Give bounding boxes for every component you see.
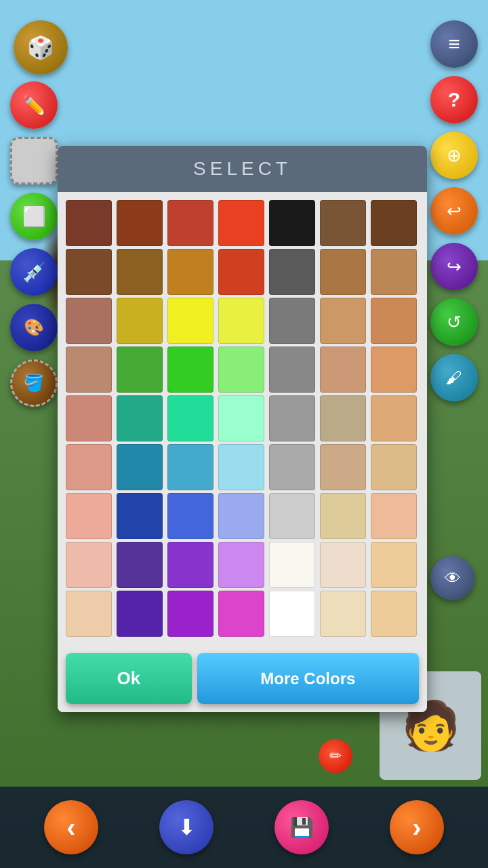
color-cell[interactable] [218,200,264,246]
color-cell[interactable] [269,395,315,441]
color-cell[interactable] [320,298,366,344]
color-grid [58,192,427,645]
color-cell[interactable] [371,493,417,539]
eyedropper-button[interactable]: 💉 [10,248,58,296]
color-cell[interactable] [269,591,315,637]
eraser-button[interactable]: ⬜ [10,193,58,240]
color-cell[interactable] [371,298,417,344]
color-cell[interactable] [218,493,264,539]
back-icon: ‹ [66,812,75,843]
color-cell[interactable] [371,395,417,441]
color-cell[interactable] [117,591,163,637]
bucket-button[interactable]: 🪣 [10,359,58,407]
menu-button[interactable]: ≡ [430,20,478,68]
color-cell[interactable] [167,249,214,295]
undo-button[interactable]: ↩ [430,187,478,235]
color-cell[interactable] [218,395,264,441]
color-cell[interactable] [66,200,112,246]
color-cell[interactable] [167,200,214,246]
color-cell[interactable] [269,347,315,393]
color-cell[interactable] [269,444,315,490]
color-cell[interactable] [218,249,264,295]
back-button[interactable]: ‹ [44,800,98,854]
eye-button[interactable]: 👁 [430,556,474,600]
color-cell[interactable] [66,444,112,490]
color-cell[interactable] [269,200,315,246]
color-cell[interactable] [371,249,417,295]
ok-button[interactable]: Ok [66,653,192,704]
color-cell[interactable] [117,444,163,490]
color-cell[interactable] [66,347,112,393]
color-cell[interactable] [218,591,264,637]
color-cell[interactable] [269,249,315,295]
color-cell[interactable] [371,542,417,588]
color-cell[interactable] [117,347,163,393]
color-cell[interactable] [66,542,112,588]
save-icon: 💾 [290,816,314,839]
color-cell[interactable] [371,444,417,490]
menu-icon: ≡ [448,33,460,56]
color-cell[interactable] [117,298,163,344]
color-cell[interactable] [218,347,264,393]
color-cell[interactable] [167,298,214,344]
color-cell[interactable] [218,444,264,490]
palette-icon: 🎨 [24,318,44,337]
color-cell[interactable] [117,200,163,246]
cube-button[interactable]: 🎲 [14,20,68,75]
color-cell[interactable] [218,298,264,344]
palette-button[interactable]: 🎨 [10,304,58,351]
color-cell[interactable] [117,542,163,588]
color-cell[interactable] [167,347,214,393]
redo-button[interactable]: ↪ [430,243,478,290]
selector-button[interactable] [10,137,58,184]
more-colors-button[interactable]: More Colors [197,653,419,704]
download-button[interactable]: ⬇ [159,800,214,854]
undo-icon: ↩ [447,201,462,222]
color-cell[interactable] [320,493,366,539]
color-cell[interactable] [269,542,315,588]
pencil-button[interactable]: ✏️ [10,81,58,129]
color-cell[interactable] [117,395,163,441]
modal-header: SELECT [58,146,427,192]
reset-button[interactable]: ↺ [430,298,478,346]
help-icon: ? [448,88,460,111]
forward-button[interactable]: › [390,800,444,854]
color-cell[interactable] [167,542,214,588]
color-cell[interactable] [320,591,366,637]
save-button[interactable]: 💾 [274,800,329,854]
color-cell[interactable] [66,298,112,344]
color-cell[interactable] [167,395,214,441]
color-cell[interactable] [371,591,417,637]
paint-button[interactable]: 🖌 [430,354,478,401]
color-cell[interactable] [117,493,163,539]
color-cell[interactable] [320,249,366,295]
color-cell[interactable] [320,542,366,588]
color-cell[interactable] [66,249,112,295]
forward-icon: › [412,812,421,843]
color-cell[interactable] [117,249,163,295]
color-cell[interactable] [320,444,366,490]
eyedropper-icon: 💉 [22,261,46,283]
color-cell[interactable] [269,493,315,539]
color-cell[interactable] [66,395,112,441]
color-cell[interactable] [167,444,214,490]
color-cell[interactable] [320,347,366,393]
color-cell[interactable] [66,493,112,539]
color-cell[interactable] [269,298,315,344]
color-cell[interactable] [167,591,214,637]
help-button[interactable]: ? [430,76,478,123]
bucket-icon: 🪣 [24,374,44,393]
color-cell[interactable] [218,542,264,588]
modal-footer: Ok More Colors [58,645,427,712]
add-button[interactable]: ⊕ [430,132,478,179]
color-select-modal: SELECT Ok More Colors [58,146,427,712]
color-cell[interactable] [371,200,417,246]
color-cell[interactable] [167,493,214,539]
right-toolbar: ≡ ? ⊕ ↩ ↪ ↺ 🖌 [420,20,488,401]
color-cell[interactable] [320,200,366,246]
pencil-icon: ✏️ [22,94,46,117]
color-cell[interactable] [66,591,112,637]
color-cell[interactable] [320,395,366,441]
color-cell[interactable] [371,347,417,393]
bottom-toolbar: ‹ ⬇ 💾 › [0,787,488,868]
